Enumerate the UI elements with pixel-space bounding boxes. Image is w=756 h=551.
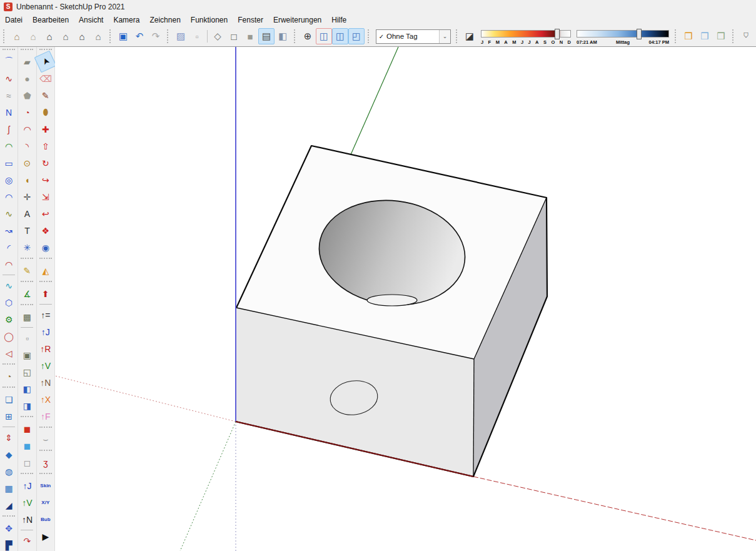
push-pull-tool[interactable]: ⇧ [37,138,54,154]
toolbar-drag-handle[interactable] [21,258,33,261]
save-button[interactable]: ▣ [115,28,131,44]
follow-me-tool[interactable]: ↪ [37,171,54,188]
jpp-equal-tool[interactable]: ↑= [37,306,54,323]
jpp-v-tool[interactable]: ↑V [37,357,54,374]
chevron-down-icon[interactable]: ⌄ [439,30,450,43]
jpp-f-tool[interactable]: ↑F [37,408,54,425]
shadow-time-slider[interactable]: 07:21 AM Mittag 04:17 PM [575,28,670,45]
zoom-window-tool[interactable]: ◉ [37,239,54,256]
undo-button[interactable]: ↶ [131,28,148,44]
play-animation-tool[interactable]: ▶ [37,528,54,545]
gray-box-tool[interactable]: ◻ [19,454,36,471]
blue-box-tool[interactable]: ◼ [19,437,36,454]
intersect-solids-tool[interactable]: ▣ [19,346,36,363]
toolbar-drag-handle[interactable] [39,427,52,430]
toolbar-drag-handle[interactable] [21,304,33,308]
model-box-with-spherical-hole[interactable] [236,146,547,477]
toolbar-drag-handle[interactable] [21,416,33,420]
protractor-tool[interactable]: ◖ [19,171,36,188]
bubble-tool[interactable]: Bub [37,511,54,528]
polygon-tool[interactable]: ⬟ [19,87,36,104]
style-hidden-line-icon[interactable]: □ [226,28,242,44]
view-top-icon[interactable]: ⌂ [25,28,41,44]
shadow-date-slider[interactable]: JFMAMJJASOND [480,28,572,45]
shadows-toggle-icon[interactable]: ◪ [461,28,478,44]
view-iso-icon[interactable]: ⌂ [9,28,25,44]
display-section-planes-icon[interactable]: ◫ [316,28,332,44]
text-tool[interactable]: A [19,205,36,222]
move-tool[interactable]: ✚ [37,121,54,138]
toolbar-drag-handle[interactable] [21,281,33,285]
outer-shell-tool[interactable]: ▫ [19,330,36,346]
menu-item-datei[interactable]: Datei [0,14,28,26]
diagonal-face-tool[interactable]: ◢ [1,497,18,513]
vector-push-tool[interactable]: ⇕ [1,429,18,446]
pie-arc-tool[interactable]: ◔ [19,104,36,121]
rotate-tool[interactable]: ↻ [37,154,54,171]
line-tool[interactable]: ✎ [37,87,54,104]
redo-button[interactable]: ↷ [148,28,164,44]
menu-item-fenster[interactable]: Fenster [233,14,268,26]
grid-points-tool[interactable]: ⊞ [1,408,18,425]
arc-endpoints-tool[interactable]: ◠ [1,138,18,154]
union-solids-tool[interactable]: ◱ [19,363,36,380]
zoom-extents-tool[interactable]: ❖ [37,222,54,239]
menu-item-ansicht[interactable]: Ansicht [74,14,108,26]
red-box-tool[interactable]: ◼ [19,420,36,437]
spring-tool[interactable]: ʒ [37,454,54,471]
subtract-solids-tool[interactable]: ◧ [19,380,36,397]
curve-handle-tool[interactable]: ◠ [1,188,18,205]
shield-tool-icon[interactable]: ⌂ [738,28,754,44]
simplify-curve-tool[interactable]: ∿ [1,205,18,222]
stop-animation-tool[interactable]: ■ [37,545,54,551]
toolbar-drag-handle[interactable] [21,473,33,477]
section-plane-icon[interactable]: ⊕ [300,28,316,44]
toolbar-drag-handle[interactable] [3,515,15,519]
style-shaded-icon[interactable]: ■ [242,28,258,44]
mirror-tool[interactable]: ◭ [37,262,54,279]
view-left-icon[interactable]: ⌂ [74,28,90,44]
s-curve-tool[interactable]: ʃ [1,121,18,138]
corner-solid-tool[interactable]: ▛ [1,537,18,551]
red-arc-tool[interactable]: ◠ [1,256,18,273]
solid-group-tool[interactable]: ▩ [19,308,36,325]
dashed-polygon-tool[interactable]: ⬡ [1,294,18,311]
view-back-icon[interactable]: ⌂ [58,28,74,44]
date-slider-handle[interactable] [555,29,560,39]
jpp-n-tool[interactable]: ↑N [37,374,54,391]
polyline-curve-tool[interactable]: ∿ [1,70,18,87]
cyan-zigzag-tool[interactable]: ∿ [1,277,18,294]
rounded-rectangle-tool[interactable]: ▭ [1,154,18,171]
style-xray-icon[interactable]: ▨ [173,28,189,44]
style-monochrome-icon[interactable]: ◧ [275,28,291,44]
sector-curve-tool[interactable]: ◁ [1,345,18,361]
toolbar-drag-handle[interactable] [3,363,15,367]
drape-surface-tool[interactable]: ❏ [1,391,18,408]
time-slider-track[interactable] [577,30,669,38]
view-front-icon[interactable]: ⌂ [41,28,58,44]
toolbar-drag-handle[interactable] [167,29,170,43]
menu-item-funktionen[interactable]: Funktionen [186,14,233,26]
toolbar-drag-handle[interactable] [39,450,52,453]
wrench-tool[interactable]: ⚙ [1,311,18,328]
toolbar-drag-handle[interactable] [3,49,15,53]
cavity-bottom-opening[interactable] [367,295,417,306]
bevel-corner-icon[interactable]: ❒ [713,28,729,44]
jpp-j-tool[interactable]: ↑J [37,323,54,340]
droplet-surface-tool[interactable]: ◆ [1,446,18,463]
toolbar-drag-handle[interactable] [368,29,371,43]
jpp-x-tool[interactable]: ↑X [37,391,54,408]
menu-item-zeichnen[interactable]: Zeichnen [144,14,185,26]
smooth-curve-tool[interactable]: ⌣ [37,431,54,448]
menu-item-bearbeiten[interactable]: Bearbeiten [28,14,74,26]
toolbar-drag-handle[interactable] [109,29,113,43]
cylinder-surface-tool[interactable]: ◍ [1,463,18,480]
offset-tool[interactable]: ↩ [37,205,54,222]
tape-measure-tool[interactable]: ⊙ [19,154,36,171]
mesh-surface-tool[interactable]: ▦ [1,480,18,497]
jpp-r-tool[interactable]: ↑R [37,340,54,357]
toolbar-drag-handle[interactable] [3,29,6,43]
round-corner-icon[interactable]: ❒ [680,28,697,44]
half-arc-tool[interactable]: ◜ [1,239,18,256]
style-back-edges-icon[interactable]: ▫ [189,28,205,44]
